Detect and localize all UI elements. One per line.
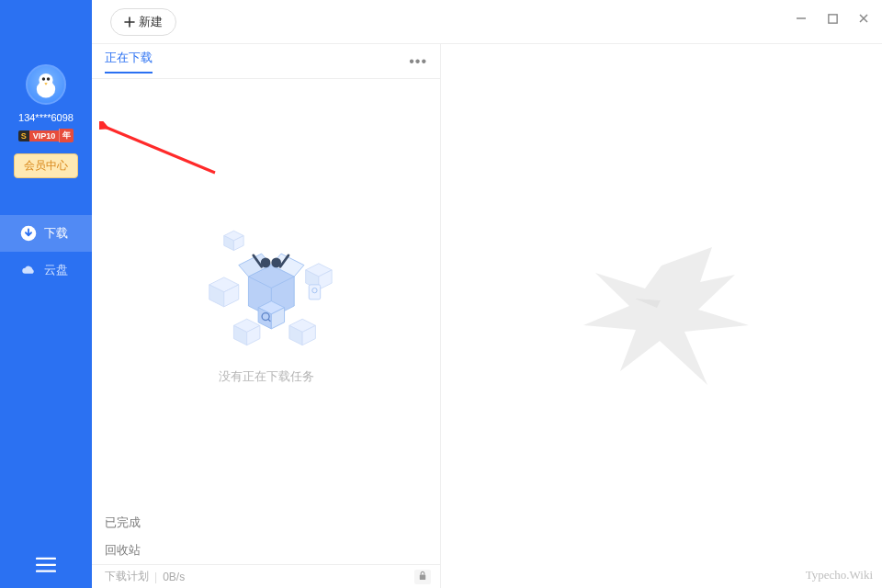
- svg-point-3: [47, 77, 50, 80]
- lock-icon: [414, 570, 431, 584]
- svg-rect-14: [420, 574, 425, 580]
- nav-item-cloud[interactable]: 云盘: [0, 252, 92, 288]
- sidebar: 134****6098 S VIP10 年 会员中心 下载 云盘: [0, 0, 92, 588]
- hamburger-icon: [36, 557, 56, 573]
- svg-point-2: [42, 77, 45, 80]
- maximize-button[interactable]: [825, 11, 840, 26]
- member-center-button[interactable]: 会员中心: [14, 153, 78, 178]
- cloud-icon: [20, 262, 37, 278]
- download-panel: 正在下载 •••: [92, 0, 441, 588]
- window-controls: [794, 11, 871, 26]
- bottom-links: 已完成 回收站 下载计划 | 0B/s: [92, 509, 440, 588]
- menu-button[interactable]: [0, 557, 92, 573]
- minimize-button[interactable]: [794, 11, 808, 26]
- svg-rect-7: [36, 571, 56, 572]
- tab-downloading[interactable]: 正在下载: [105, 50, 153, 74]
- empty-state: 没有正在下载任务: [92, 79, 440, 509]
- download-icon: [20, 225, 37, 242]
- avatar[interactable]: [26, 64, 66, 105]
- watermark: Typecho.Wiki: [806, 568, 873, 582]
- maximize-icon: [827, 13, 839, 25]
- svg-rect-12: [309, 285, 320, 300]
- recycle-link[interactable]: 回收站: [92, 537, 440, 564]
- titlebar: 新建: [92, 0, 882, 44]
- nav-item-download[interactable]: 下载: [0, 215, 92, 252]
- more-icon: •••: [409, 53, 427, 69]
- preview-panel: [441, 0, 882, 588]
- new-button[interactable]: 新建: [110, 8, 176, 36]
- new-button-label: 新建: [139, 14, 163, 30]
- nav-section: 下载 云盘: [0, 215, 92, 288]
- plan-speed: 0B/s: [163, 571, 185, 583]
- svg-rect-5: [36, 558, 56, 560]
- tab-row: 正在下载 •••: [92, 44, 440, 79]
- username-label: 134****6098: [18, 112, 74, 123]
- main-area: 新建 正在下载 •••: [92, 0, 882, 588]
- nav-label-cloud: 云盘: [44, 262, 68, 278]
- empty-box-illustration: [184, 203, 349, 350]
- vip-prefix: S: [18, 130, 29, 141]
- hummingbird-logo: [570, 238, 753, 394]
- plus-icon: [124, 17, 135, 28]
- vip-level: VIP10: [29, 130, 60, 141]
- svg-rect-8: [828, 14, 836, 22]
- vip-suffix: 年: [59, 129, 74, 142]
- plan-label: 下载计划: [105, 569, 149, 584]
- close-button[interactable]: [856, 11, 871, 26]
- close-icon: [857, 12, 870, 25]
- nav-label-download: 下载: [44, 225, 68, 242]
- minimize-icon: [795, 12, 808, 25]
- completed-link[interactable]: 已完成: [92, 509, 440, 537]
- empty-text: 没有正在下载任务: [219, 368, 314, 385]
- download-plan-row[interactable]: 下载计划 | 0B/s: [92, 564, 440, 588]
- plan-divider: |: [154, 571, 157, 583]
- tab-more-button[interactable]: •••: [409, 53, 427, 70]
- vip-badge: S VIP10 年: [18, 129, 74, 142]
- bird-icon: [30, 69, 62, 100]
- svg-rect-6: [36, 564, 56, 566]
